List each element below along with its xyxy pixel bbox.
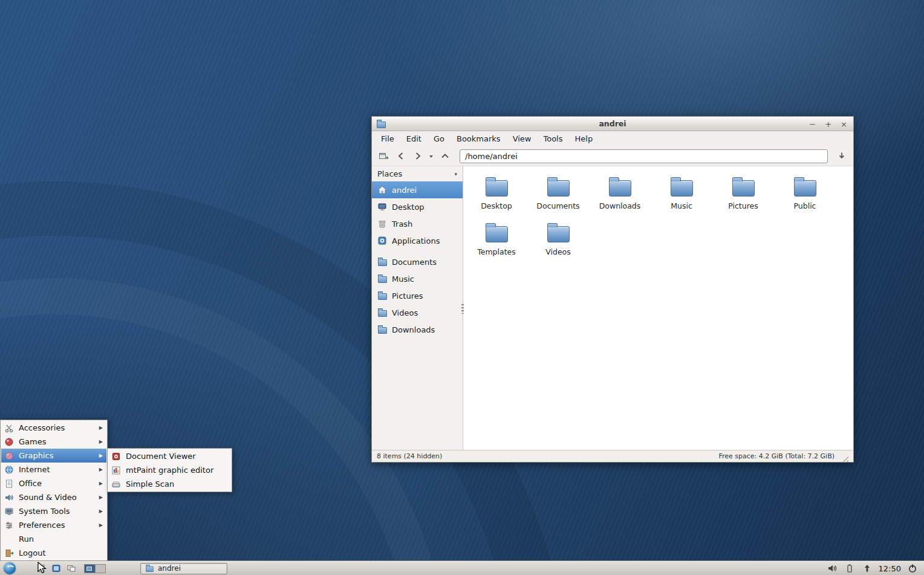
file-manager-window: andrei − + × File Edit Go Bookmarks View… xyxy=(371,116,854,463)
menu-item-logout[interactable]: Logout xyxy=(1,546,106,560)
sidebar-label: Music xyxy=(392,275,414,284)
submenu-item-mtpaint[interactable]: mtPaint graphic editor xyxy=(108,463,231,477)
menu-item-label: Games xyxy=(19,437,94,446)
menu-item-graphics[interactable]: Graphics ▶ xyxy=(1,449,106,463)
menu-item-preferences[interactable]: Preferences ▶ xyxy=(1,518,106,532)
run-icon-placeholder xyxy=(4,534,14,544)
folder-icon xyxy=(732,180,755,197)
file-public[interactable]: Public xyxy=(775,174,835,213)
sidebar-item-videos[interactable]: Videos xyxy=(372,304,463,321)
sidebar-splitter[interactable] xyxy=(461,304,464,314)
file-label: Pictures xyxy=(728,201,758,210)
menu-tools[interactable]: Tools xyxy=(537,132,568,145)
jump-to-button[interactable] xyxy=(834,149,849,164)
start-menu-button[interactable] xyxy=(4,562,16,574)
new-tab-button[interactable] xyxy=(376,149,391,164)
desktop-wallpaper[interactable]: andrei − + × File Edit Go Bookmarks View… xyxy=(0,0,924,575)
folder-icon xyxy=(486,226,508,242)
sidebar-label: andrei xyxy=(392,186,417,195)
places-sidebar: Places ▾ andrei Desktop Trash Appl xyxy=(372,166,463,450)
menu-item-office[interactable]: Office ▶ xyxy=(1,476,106,490)
document-viewer-icon xyxy=(111,452,121,461)
submenu-arrow-icon: ▶ xyxy=(99,439,103,444)
menu-item-label: Accessories xyxy=(19,423,94,432)
menu-item-label: mtPaint graphic editor xyxy=(126,466,228,475)
toolbar xyxy=(372,146,853,166)
menu-item-sound-video[interactable]: Sound & Video ▶ xyxy=(1,490,106,504)
up-button[interactable] xyxy=(437,149,452,164)
close-button[interactable]: × xyxy=(841,120,847,128)
menu-go[interactable]: Go xyxy=(428,132,451,145)
forward-icon xyxy=(413,151,423,161)
menu-view[interactable]: View xyxy=(507,132,538,145)
file-manager-launcher-button[interactable] xyxy=(35,562,47,574)
menu-item-label: Document Viewer xyxy=(126,452,228,461)
path-input[interactable] xyxy=(460,149,828,163)
statusbar: 8 items (24 hidden) Free space: 4.2 GiB … xyxy=(372,450,853,462)
menu-item-accessories[interactable]: Accessories ▶ xyxy=(1,421,106,435)
taskbar: andrei 12:50 xyxy=(0,561,924,575)
workspace-pager xyxy=(84,564,106,573)
network-indicator[interactable] xyxy=(861,562,873,574)
sidebar-item-downloads[interactable]: Downloads xyxy=(372,321,463,338)
applications-icon xyxy=(377,236,387,245)
sidebar-item-documents[interactable]: Documents xyxy=(372,253,463,270)
menu-item-games[interactable]: Games ▶ xyxy=(1,435,106,449)
menu-bookmarks[interactable]: Bookmarks xyxy=(451,132,507,145)
submenu-arrow-icon: ▶ xyxy=(99,495,103,500)
folder-icon xyxy=(377,291,387,300)
menu-edit[interactable]: Edit xyxy=(400,132,428,145)
games-icon xyxy=(4,437,14,447)
chevron-down-icon xyxy=(428,151,434,161)
file-pictures[interactable]: Pictures xyxy=(714,174,773,213)
clock[interactable]: 12:50 xyxy=(879,564,901,573)
sidebar-item-andrei[interactable]: andrei xyxy=(372,181,463,198)
menu-item-system-tools[interactable]: System Tools ▶ xyxy=(1,504,106,518)
trash-icon xyxy=(377,219,387,229)
menu-help[interactable]: Help xyxy=(569,132,599,145)
show-desktop-button[interactable] xyxy=(65,562,77,574)
taskbar-window-button[interactable]: andrei xyxy=(140,563,227,574)
minimize-button[interactable]: − xyxy=(809,120,816,128)
file-music[interactable]: Music xyxy=(652,174,711,213)
file-label: Public xyxy=(794,201,816,210)
history-dropdown-button[interactable] xyxy=(427,149,435,164)
file-templates[interactable]: Templates xyxy=(467,220,526,259)
file-desktop[interactable]: Desktop xyxy=(467,174,526,213)
file-documents[interactable]: Documents xyxy=(529,174,588,213)
graphics-submenu: Document Viewer mtPaint graphic editor S… xyxy=(107,448,232,492)
workspace-2[interactable] xyxy=(95,565,105,573)
sidebar-item-desktop[interactable]: Desktop xyxy=(372,198,463,215)
menu-file[interactable]: File xyxy=(375,132,400,145)
sidebar-label: Applications xyxy=(392,236,440,245)
logout-icon xyxy=(4,548,14,558)
accessories-icon xyxy=(4,423,14,433)
file-label: Templates xyxy=(477,247,516,256)
resize-grip[interactable] xyxy=(841,454,848,462)
file-view[interactable]: Desktop Documents Downloads Music xyxy=(463,166,853,450)
submenu-item-document-viewer[interactable]: Document Viewer xyxy=(108,449,231,463)
desktop-launcher-button[interactable] xyxy=(50,562,62,574)
shutdown-button[interactable] xyxy=(906,562,919,574)
back-button[interactable] xyxy=(393,149,408,164)
sidebar-item-applications[interactable]: Applications xyxy=(372,232,463,249)
places-dropdown[interactable]: Places ▾ xyxy=(372,166,463,181)
titlebar[interactable]: andrei − + × xyxy=(372,117,853,131)
file-videos[interactable]: Videos xyxy=(529,220,588,259)
mtpaint-icon xyxy=(111,466,121,475)
battery-indicator[interactable] xyxy=(844,562,856,574)
workspace-1[interactable] xyxy=(85,565,95,573)
sidebar-item-music[interactable]: Music xyxy=(372,270,463,287)
maximize-button[interactable]: + xyxy=(825,120,831,128)
simple-scan-icon xyxy=(111,479,121,489)
menu-item-run[interactable]: Run xyxy=(1,532,106,546)
sidebar-item-trash[interactable]: Trash xyxy=(372,215,463,232)
back-icon xyxy=(396,151,406,161)
jump-down-icon xyxy=(837,151,847,161)
file-downloads[interactable]: Downloads xyxy=(590,174,649,213)
menu-item-internet[interactable]: Internet ▶ xyxy=(1,463,106,476)
submenu-item-simple-scan[interactable]: Simple Scan xyxy=(108,477,231,491)
sidebar-item-pictures[interactable]: Pictures xyxy=(372,287,463,304)
forward-button[interactable] xyxy=(410,149,425,164)
volume-button[interactable] xyxy=(826,562,838,574)
